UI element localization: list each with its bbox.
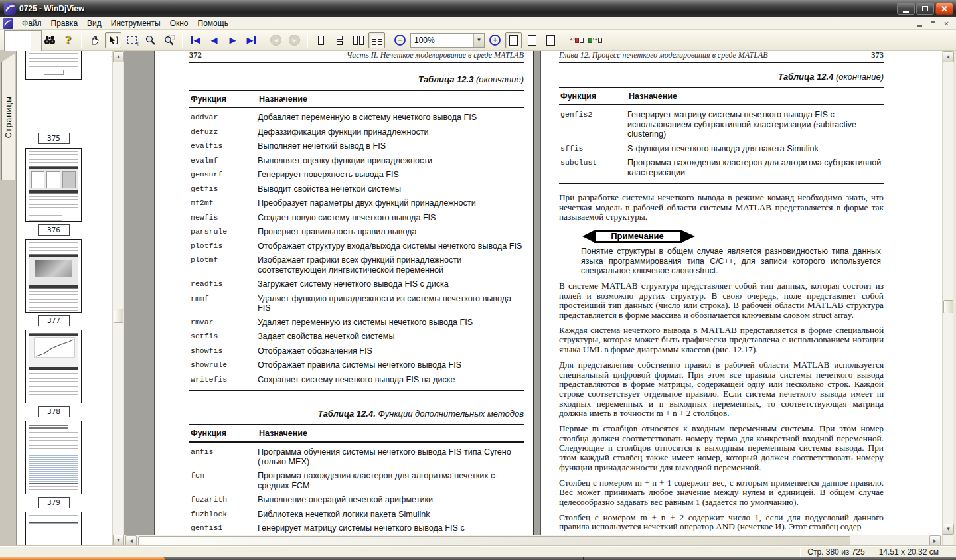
- restore-icon: [922, 6, 928, 11]
- mdi-minimize-button[interactable]: [914, 19, 925, 28]
- zoom-tool-button[interactable]: [142, 32, 159, 48]
- thumbnail-page-376[interactable]: [25, 148, 82, 222]
- table-row: showrule Отображает правила системы нече…: [189, 356, 524, 370]
- table-row: parsrule Проверяет правильность правил в…: [189, 222, 524, 237]
- windjview-window: 0725 - WinDjView ✕ Файл Правка Вид Инстр…: [0, 0, 956, 560]
- help-button[interactable]: ?: [60, 32, 76, 48]
- horizontal-scroll-thumb[interactable]: [138, 536, 850, 546]
- thumbnail-label-377[interactable]: 377: [38, 315, 70, 326]
- back-icon: ◄: [270, 35, 281, 46]
- table-row: sffis S-функция нечеткого вывода для пак…: [559, 139, 884, 154]
- next-page-icon: ▶: [230, 36, 236, 44]
- menu-item[interactable]: Файл: [17, 17, 46, 29]
- vertical-scrollbar[interactable]: ▲ ▼: [942, 51, 953, 546]
- sidebar-scroll-up-icon[interactable]: ▲: [113, 51, 124, 62]
- body-paragraphs: В системе MATLAB структура представляет …: [559, 281, 884, 532]
- thumbnail-page-379[interactable]: [25, 421, 82, 494]
- sidebar-tab-strip: Страницы: [0, 51, 16, 546]
- zoom-level-combo[interactable]: 100% ▼: [410, 33, 485, 48]
- mdi-close-button[interactable]: ✕: [941, 19, 952, 28]
- thumbnail-page-375[interactable]: [25, 51, 82, 80]
- single-page-layout-button[interactable]: [313, 32, 329, 48]
- table-row: evalfis Выполняет нечеткий вывод в FIS: [189, 137, 524, 151]
- scroll-left-icon[interactable]: ◄: [125, 535, 137, 546]
- page-373-running-title: Глава 12. Процесс нечеткого моделировани…: [559, 51, 768, 60]
- magnifier-icon: [145, 35, 156, 46]
- zoom-select-tool-button[interactable]: [161, 32, 177, 48]
- rotate-left-icon: ↶: [570, 37, 584, 43]
- body-paragraph: Для представления собственно правил в ра…: [559, 360, 884, 419]
- page-372: 372 Часть II. Нечеткое моделирование в с…: [154, 51, 534, 546]
- facing-continuous-icon: [372, 36, 382, 45]
- rotate-right-button[interactable]: ↷: [587, 32, 603, 48]
- close-button[interactable]: ✕: [935, 3, 953, 15]
- next-page-button[interactable]: ▶: [224, 32, 241, 48]
- body-paragraph: Первые m столбцов относятся к входным пе…: [559, 424, 884, 473]
- scroll-down-icon[interactable]: ▼: [943, 524, 954, 535]
- last-page-icon: [254, 36, 256, 44]
- zoom-combo-arrow-icon[interactable]: ▼: [473, 34, 484, 47]
- restore-button[interactable]: [916, 3, 934, 15]
- sidebar-scrollbar[interactable]: ▲ ▼: [112, 51, 123, 546]
- table-12-4-header: Функция Назначение: [189, 425, 524, 443]
- pages-tab[interactable]: Страницы: [1, 53, 15, 180]
- status-page-info: Стр. 380 из 725: [801, 547, 871, 557]
- mdi-restore-button[interactable]: [927, 19, 939, 28]
- zoom-out-button[interactable]: −: [392, 32, 408, 48]
- table-12-3-caption: Таблица 12.3 (окончание): [189, 74, 524, 84]
- history-forward-button: ►: [286, 32, 303, 48]
- thumbnail-page-378[interactable]: [25, 330, 82, 403]
- select-tool-button[interactable]: [105, 32, 121, 48]
- menu-item[interactable]: Вид: [82, 17, 106, 29]
- title-bar: 0725 - WinDjView ✕: [0, 0, 956, 17]
- zoom-out-icon: −: [394, 35, 406, 46]
- menu-item[interactable]: Окно: [165, 17, 193, 29]
- note-title: Примечание: [611, 231, 664, 241]
- thumbnail-label-379[interactable]: 379: [38, 497, 70, 508]
- document-icon[interactable]: [3, 18, 13, 29]
- prev-page-button[interactable]: ◀: [206, 32, 222, 48]
- close-icon: ✕: [941, 4, 948, 14]
- rotate-right-icon: ↷: [588, 37, 603, 43]
- thumbnail-label-376[interactable]: 376: [38, 224, 70, 236]
- table-row: gensurf Генерирует поверхность вывода FI…: [189, 165, 524, 180]
- thumbnail-label-378[interactable]: 378: [38, 406, 70, 417]
- thumbnail-label-375[interactable]: 375: [38, 133, 70, 144]
- fit-page-button[interactable]: [542, 32, 559, 48]
- menu-item[interactable]: Правка: [46, 17, 83, 29]
- facing-layout-button[interactable]: [350, 32, 366, 48]
- horizontal-scrollbar[interactable]: ◄ ►: [124, 535, 942, 546]
- scroll-right-icon[interactable]: ►: [929, 535, 941, 546]
- sidebar-scroll-down-icon[interactable]: ▼: [113, 535, 124, 546]
- page-373: Глава 12. Процесс нечеткого моделировани…: [540, 51, 942, 546]
- first-page-button[interactable]: ◀: [187, 32, 204, 48]
- zoom-in-button[interactable]: +: [487, 32, 503, 48]
- facing-continuous-layout-button[interactable]: [368, 32, 385, 48]
- body-paragraph: Столбец с номером m + n + 1 содержит вес…: [559, 478, 884, 508]
- scroll-up-icon[interactable]: ▲: [943, 51, 954, 62]
- content-area: Страницы ✕ 375 376: [0, 51, 956, 546]
- find-button[interactable]: [41, 32, 58, 48]
- fit-actual-size-button[interactable]: [505, 32, 522, 48]
- menu-item[interactable]: Помощь: [193, 17, 233, 29]
- table-row: plotmf Изображает графики всех функций п…: [189, 251, 524, 275]
- history-back-button: ◄: [268, 32, 284, 48]
- toolbar-separator: [182, 33, 183, 48]
- sidebar-scroll-thumb[interactable]: [114, 309, 123, 323]
- thumbnail-page-377[interactable]: [25, 239, 82, 313]
- fit-width-button[interactable]: [524, 32, 540, 48]
- table-row: subclust Программа нахождения кластеров …: [559, 153, 884, 177]
- rotate-left-button[interactable]: ↶: [568, 32, 585, 48]
- pan-tool-button[interactable]: [86, 32, 103, 48]
- continuous-layout-button[interactable]: [331, 32, 348, 48]
- zoom-level-value[interactable]: 100%: [411, 36, 473, 45]
- rect-select-tool-button[interactable]: [123, 32, 140, 48]
- vertical-scroll-thumb[interactable]: [943, 300, 953, 313]
- minimize-icon: [903, 11, 909, 13]
- last-page-button[interactable]: ▶: [243, 32, 260, 48]
- menu-item[interactable]: Инструменты: [106, 17, 165, 29]
- table-row: evalmf Выполняет оценку функции принадле…: [189, 151, 524, 166]
- table-12-4-cont-rows: genfis2 Генерирует матрицу системы нечет…: [559, 105, 884, 183]
- minimize-button[interactable]: [897, 3, 915, 15]
- resize-grip[interactable]: [945, 547, 956, 557]
